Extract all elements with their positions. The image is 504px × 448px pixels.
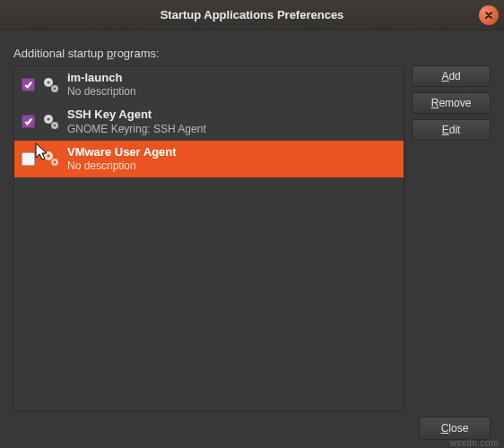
- enabled-checkbox[interactable]: [22, 115, 35, 128]
- list-item[interactable]: SSH Key Agent GNOME Keyring: SSH Agent: [14, 103, 404, 140]
- watermark: wsxdn.com: [449, 438, 499, 448]
- item-desc: GNOME Keyring: SSH Agent: [67, 123, 206, 136]
- gears-icon: [42, 150, 60, 168]
- svg-point-9: [48, 155, 50, 158]
- item-text: SSH Key Agent GNOME Keyring: SSH Agent: [67, 108, 206, 135]
- main-row: im-launch No description S: [13, 65, 491, 411]
- gears-icon: [42, 113, 60, 131]
- enabled-checkbox[interactable]: [22, 78, 35, 91]
- add-button[interactable]: Add: [412, 65, 491, 87]
- item-desc: No description: [67, 159, 177, 173]
- list-item[interactable]: VMware User Agent No description: [14, 141, 404, 177]
- svg-point-1: [48, 81, 50, 83]
- item-name: SSH Key Agent: [67, 108, 206, 122]
- item-text: im-launch No description: [67, 71, 136, 99]
- content-area: Additional startup programs: im-launch: [0, 30, 504, 420]
- remove-button[interactable]: Remove: [412, 92, 491, 114]
- list-label: Additional startup programs:: [13, 47, 491, 60]
- window-close-button[interactable]: [479, 5, 499, 25]
- window-title: Startup Applications Preferences: [161, 8, 344, 22]
- footer: Close: [419, 417, 491, 440]
- startup-list[interactable]: im-launch No description S: [13, 65, 404, 411]
- item-desc: No description: [67, 85, 136, 99]
- svg-point-3: [54, 87, 56, 89]
- item-name: VMware User Agent: [67, 145, 177, 159]
- titlebar: Startup Applications Preferences: [0, 0, 504, 30]
- close-button[interactable]: Close: [419, 417, 491, 440]
- side-buttons: Add Remove Edit: [412, 65, 491, 411]
- svg-point-11: [54, 161, 56, 163]
- svg-point-5: [48, 117, 50, 120]
- edit-button[interactable]: Edit: [412, 119, 491, 141]
- close-icon: [484, 11, 493, 20]
- gears-icon: [42, 76, 60, 94]
- list-item[interactable]: im-launch No description: [14, 66, 404, 103]
- item-text: VMware User Agent No description: [67, 145, 177, 173]
- item-name: im-launch: [67, 71, 136, 85]
- enabled-checkbox[interactable]: [22, 152, 35, 166]
- svg-point-7: [54, 125, 56, 126]
